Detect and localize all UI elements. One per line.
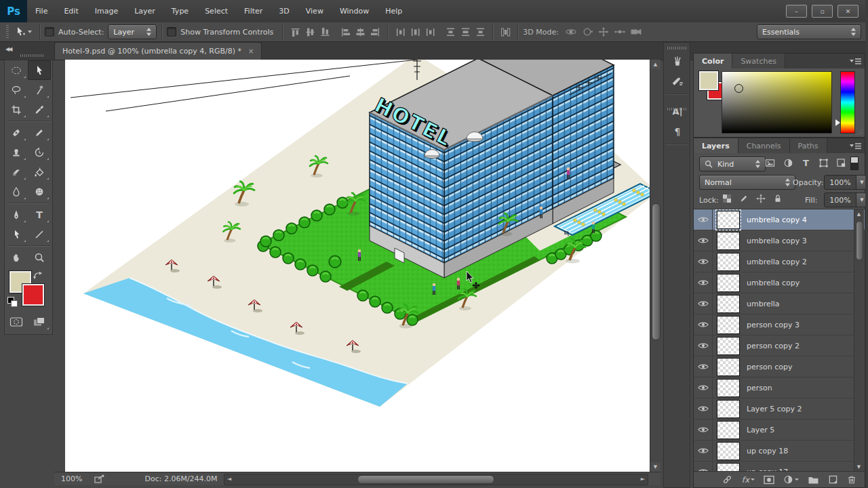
scroll-left-arrow[interactable]: ◄	[227, 476, 231, 482]
lock-position-icon[interactable]	[756, 194, 766, 203]
layer-row[interactable]: up copy 18	[694, 441, 865, 462]
dock-gripper[interactable]	[667, 108, 686, 110]
layer-thumbnail[interactable]	[717, 337, 740, 355]
document-canvas[interactable]: HOTEL HOTEL	[65, 60, 650, 472]
layer-row[interactable]: Layer 5	[694, 420, 865, 441]
visibility-toggle[interactable]	[694, 336, 713, 356]
menu-select[interactable]: Select	[197, 0, 236, 22]
add-layer-mask-button[interactable]	[764, 475, 774, 485]
menu-edit[interactable]: Edit	[56, 0, 86, 22]
layer-thumbnail[interactable]	[717, 316, 740, 334]
layer-thumbnail[interactable]	[717, 253, 740, 271]
layer-row[interactable]: umbrella copy 2	[694, 251, 865, 272]
3d-rotate-button[interactable]	[563, 24, 579, 39]
tool-preset-picker[interactable]	[15, 26, 32, 37]
layer-thumbnail[interactable]	[717, 232, 740, 250]
tab-color[interactable]: Color	[694, 54, 732, 68]
brush-panel-button[interactable]	[664, 51, 691, 71]
menu-3d[interactable]: 3D	[271, 0, 297, 22]
menu-help[interactable]: Help	[377, 0, 410, 22]
spot-healing-brush-tool[interactable]	[5, 123, 28, 142]
minimize-button[interactable]: –	[786, 5, 807, 18]
layer-row[interactable]: person	[694, 378, 865, 399]
show-transform-checkbox[interactable]	[167, 27, 176, 37]
menu-type[interactable]: Type	[163, 0, 197, 22]
scroll-up-arrow[interactable]: ▲	[650, 60, 660, 69]
canvas-horizontal-scrollbar[interactable]: ◄ ►	[224, 474, 648, 485]
visibility-toggle[interactable]	[694, 399, 713, 419]
toolbar-gripper[interactable]	[20, 54, 43, 57]
auto-select-checkbox[interactable]	[45, 27, 54, 37]
tab-paths[interactable]: Paths	[790, 138, 827, 153]
layer-row[interactable]: Layer 5 copy 2	[694, 399, 865, 420]
character-panel-button[interactable]: A|	[664, 101, 691, 121]
align-vertical-centers-button[interactable]	[302, 24, 317, 39]
hue-slider-marker[interactable]	[835, 119, 840, 126]
layer-thumbnail[interactable]	[717, 442, 740, 460]
layer-thumbnail[interactable]	[717, 274, 740, 292]
hand-tool[interactable]	[5, 247, 28, 267]
panel-menu-icon[interactable]	[850, 58, 861, 65]
layer-row[interactable]: umbrella copy	[694, 272, 865, 293]
clone-stamp-tool[interactable]	[5, 142, 28, 162]
new-layer-button[interactable]	[828, 474, 838, 485]
saturation-brightness-field[interactable]	[722, 71, 832, 134]
align-left-edges-button[interactable]	[338, 24, 353, 39]
filter-adjustment-layers-icon[interactable]	[783, 158, 793, 168]
layers-scroll-thumb[interactable]	[856, 221, 863, 260]
3d-drag-button[interactable]	[595, 24, 612, 39]
visibility-toggle[interactable]	[694, 441, 713, 461]
layers-scrollbar[interactable]: ▲ ▼	[854, 209, 864, 472]
panel-resize-grip[interactable]	[856, 129, 863, 136]
distribute-left-edges-button[interactable]	[443, 24, 458, 39]
filter-type-layers-icon[interactable]: T	[801, 158, 811, 168]
lock-transparency-icon[interactable]	[722, 194, 732, 203]
visibility-toggle[interactable]	[694, 357, 713, 377]
document-tab[interactable]: Hotel-9.psd @ 100% (umbrella copy 4, RGB…	[54, 42, 262, 60]
layer-filter-kind-dropdown[interactable]: Kind	[699, 157, 766, 171]
pen-tool[interactable]	[5, 205, 28, 224]
move-tool[interactable]	[28, 60, 51, 80]
new-group-button[interactable]	[808, 475, 819, 485]
layer-row[interactable]: umbrella copy 4	[694, 209, 865, 230]
menu-window[interactable]: Window	[332, 0, 377, 22]
filter-smart-objects-icon[interactable]	[836, 158, 846, 168]
type-tool[interactable]: T	[28, 205, 51, 224]
align-horizontal-centers-button[interactable]	[353, 24, 368, 39]
screen-mode-button[interactable]	[28, 312, 51, 331]
paint-bucket-tool[interactable]	[28, 162, 51, 182]
layer-thumbnail[interactable]	[717, 295, 740, 313]
distribute-horizontal-centers-button[interactable]	[458, 24, 473, 39]
auto-select-target-dropdown[interactable]: Layer	[108, 24, 157, 39]
horizontal-scroll-thumb[interactable]	[357, 475, 494, 484]
filter-shape-layers-icon[interactable]	[818, 158, 829, 168]
distribute-spacing-button[interactable]	[498, 24, 513, 39]
eyedropper-tool[interactable]	[28, 100, 51, 119]
visibility-toggle[interactable]	[694, 209, 713, 230]
visibility-toggle[interactable]	[694, 378, 713, 398]
lock-all-icon[interactable]	[773, 194, 783, 203]
tab-layers[interactable]: Layers	[694, 138, 738, 153]
quick-mask-button[interactable]	[5, 312, 28, 331]
history-brush-tool[interactable]	[28, 142, 51, 162]
layer-row[interactable]: person copy	[694, 357, 865, 378]
tab-channels[interactable]: Channels	[738, 138, 790, 153]
visibility-toggle[interactable]	[694, 230, 713, 251]
layers-scroll-down[interactable]: ▼	[854, 462, 863, 472]
scroll-right-arrow[interactable]: ►	[641, 476, 645, 482]
distribute-right-edges-button[interactable]	[473, 24, 488, 39]
crop-tool[interactable]	[5, 100, 28, 119]
layer-row[interactable]: person copy 2	[694, 336, 865, 357]
layer-row[interactable]: umbrella	[694, 293, 865, 314]
fill-field[interactable]: 100% ▼	[824, 192, 868, 207]
canvas-vertical-scrollbar[interactable]: ▲ ▼	[650, 60, 660, 472]
color-foreground-swatch[interactable]	[699, 71, 718, 90]
lasso-tool[interactable]	[5, 80, 28, 100]
menu-layer[interactable]: Layer	[126, 0, 163, 22]
align-top-edges-button[interactable]	[288, 24, 302, 39]
workspace-switcher[interactable]: Essentials	[757, 24, 861, 39]
menu-filter[interactable]: Filter	[236, 0, 271, 22]
default-colors-icon[interactable]	[7, 297, 17, 306]
layer-thumbnail[interactable]	[717, 211, 740, 229]
visibility-toggle[interactable]	[694, 420, 713, 440]
